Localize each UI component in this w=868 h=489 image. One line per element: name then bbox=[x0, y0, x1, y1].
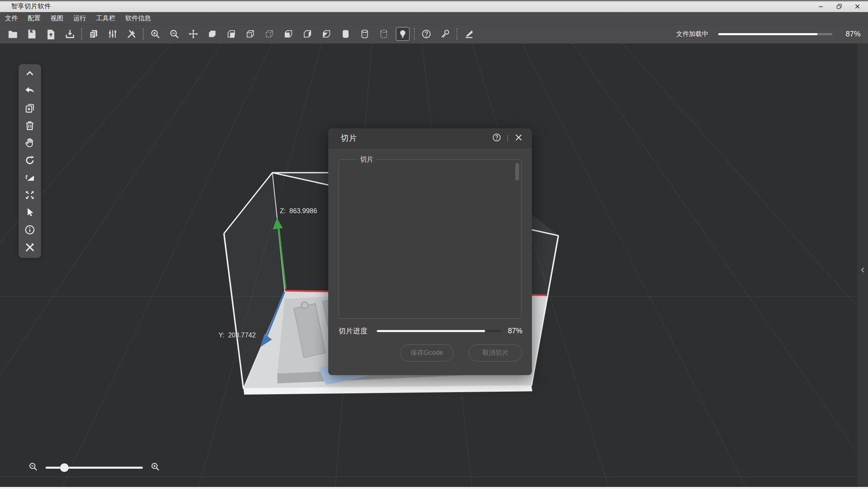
window-controls bbox=[816, 1, 862, 11]
zoom-slider[interactable] bbox=[46, 467, 143, 469]
slice-progress-fill bbox=[377, 330, 485, 332]
toolbar-separator bbox=[414, 28, 415, 40]
zoom-in-icon[interactable] bbox=[150, 462, 160, 473]
toolbar-button-help-circle-icon[interactable] bbox=[419, 27, 433, 41]
window-button-win-close-icon[interactable] bbox=[852, 1, 862, 11]
toolbar-button-cube-wire-icon[interactable] bbox=[243, 27, 257, 41]
toolbar-button-cube-front-icon[interactable] bbox=[281, 27, 296, 41]
slice-dialog-buttons: 保存Gcode取消切片 bbox=[400, 344, 522, 361]
side-tool-button-hand-icon[interactable] bbox=[23, 136, 37, 149]
toolbar-button-cube-page-icon[interactable] bbox=[224, 27, 238, 41]
side-tool-button-cross-tools-icon[interactable] bbox=[23, 240, 37, 254]
toolbar-button-cube-half-icon[interactable] bbox=[320, 27, 334, 41]
window-button-win-minimize-icon[interactable] bbox=[816, 1, 826, 11]
file-loading-progress-fill bbox=[718, 33, 818, 35]
toolbar-button-knife-icon[interactable] bbox=[462, 27, 476, 41]
toolbar-group-help bbox=[419, 27, 452, 41]
slice-progress-row: 切片进度 87% bbox=[339, 326, 522, 336]
side-tool-panel bbox=[19, 64, 41, 258]
zoom-out-icon[interactable] bbox=[28, 462, 38, 473]
toolbar-button-wrench-tools-icon[interactable] bbox=[125, 27, 139, 41]
side-tool-button-cursor-pointer-icon[interactable] bbox=[23, 205, 37, 219]
file-loading-percent: 87% bbox=[842, 30, 861, 39]
viewport-zoom-control bbox=[28, 462, 160, 473]
file-loading-progressbar bbox=[718, 33, 832, 35]
toolbar-group-cut bbox=[462, 27, 476, 41]
toolbar-group-view bbox=[148, 27, 410, 41]
slice-progressbar bbox=[377, 330, 501, 332]
toolbar-button-file-import-icon[interactable] bbox=[44, 27, 58, 41]
slice-progress-percent: 87% bbox=[508, 327, 522, 335]
dialog-button[interactable]: 取消切片 bbox=[469, 344, 522, 361]
y-axis-label: Y: 208.7742 bbox=[219, 332, 256, 339]
menu-item[interactable]: 软件信息 bbox=[120, 12, 156, 24]
side-tool-button-flip-mirror-icon[interactable] bbox=[23, 171, 37, 184]
zoom-slider-thumb[interactable] bbox=[60, 463, 69, 472]
toolbar-button-move-arrows-icon[interactable] bbox=[186, 27, 200, 41]
toolbar-separator bbox=[81, 28, 82, 40]
toolbar-separator bbox=[143, 28, 144, 40]
toolbar-button-floppy-save-icon[interactable] bbox=[25, 27, 39, 41]
side-tool-button-expand-arrows-icon[interactable] bbox=[23, 188, 37, 202]
toolbar-button-copy-grid-icon[interactable] bbox=[87, 27, 101, 41]
viewport-3d[interactable]: Z: 863.9986 Y: 208.7742 切片 切片 bbox=[0, 43, 868, 487]
menu-item[interactable]: 工具栏 bbox=[91, 12, 120, 24]
toolbar-group-file bbox=[6, 27, 77, 41]
slice-dialog-title: 切片 bbox=[341, 133, 357, 144]
toolbar-button-key-icon[interactable] bbox=[438, 27, 452, 41]
slice-log-scrollbar-thumb[interactable] bbox=[515, 163, 519, 181]
dialog-close-icon[interactable] bbox=[514, 132, 524, 144]
toolbar-button-magnifier-minus-icon[interactable] bbox=[167, 27, 181, 41]
slice-log-legend: 切片 bbox=[357, 155, 376, 164]
toolbar-button-bulb-icon[interactable] bbox=[396, 27, 410, 41]
window-button-win-restore-icon[interactable] bbox=[834, 1, 844, 11]
dialog-help-icon[interactable] bbox=[492, 132, 502, 144]
side-tool-button-rotate-ccw-icon[interactable] bbox=[23, 153, 37, 167]
file-loading-cluster: 文件加载中 87% bbox=[676, 30, 868, 39]
slice-log-groupbox: 切片 bbox=[339, 159, 522, 319]
toolbar-button-folder-open-icon[interactable] bbox=[6, 27, 20, 41]
toolbar-button-cube-dotted-icon[interactable] bbox=[262, 27, 277, 41]
menu-bar: 文件配置视图运行工具栏软件信息 bbox=[0, 12, 868, 24]
toolbar-button-cube-back-icon[interactable] bbox=[301, 27, 315, 41]
toolbar-button-cylinder-solid-icon[interactable] bbox=[339, 27, 353, 41]
menu-item[interactable]: 文件 bbox=[0, 12, 23, 24]
slice-dialog-header: 切片 bbox=[328, 128, 532, 148]
side-tool-button-info-circle-icon[interactable] bbox=[23, 223, 37, 236]
toolbar-button-cylinder-dotted-icon[interactable] bbox=[377, 27, 391, 41]
app-title: 智享切片软件 bbox=[11, 2, 51, 11]
bottom-edge-strip bbox=[0, 487, 868, 489]
z-axis-label: Z: 863.9986 bbox=[280, 207, 317, 215]
expand-right-panel-button[interactable] bbox=[858, 264, 867, 276]
side-tool-button-trash-icon[interactable] bbox=[23, 118, 37, 132]
toolbar-separator bbox=[457, 28, 458, 40]
toolbar-button-sliders-icon[interactable] bbox=[106, 27, 120, 41]
dialog-header-divider bbox=[507, 135, 508, 142]
file-loading-label: 文件加载中 bbox=[676, 30, 709, 39]
slice-progress-label: 切片进度 bbox=[339, 326, 368, 336]
menu-item[interactable]: 运行 bbox=[68, 12, 91, 24]
side-tool-button-copy-plus-icon[interactable] bbox=[23, 101, 37, 115]
slice-dialog: 切片 切片 切片进度 87% 保存Gcode取消切片 bbox=[328, 128, 532, 375]
dialog-button[interactable]: 保存Gcode bbox=[400, 344, 454, 361]
toolbar-button-cylinder-wire-icon[interactable] bbox=[358, 27, 372, 41]
toolbar-button-magnifier-plus-icon[interactable] bbox=[148, 27, 162, 41]
side-tool-button-undo-arrow-icon[interactable] bbox=[23, 84, 37, 97]
menu-item[interactable]: 视图 bbox=[46, 12, 68, 24]
main-toolbar: 文件加载中 87% bbox=[0, 24, 868, 43]
title-bar: 智享切片软件 bbox=[0, 0, 868, 12]
toolbar-button-cube-solid-icon[interactable] bbox=[205, 27, 219, 41]
side-tool-button-chevron-up-icon[interactable] bbox=[23, 66, 37, 80]
toolbar-button-tray-export-icon[interactable] bbox=[63, 27, 77, 41]
toolbar-group-settings bbox=[87, 27, 139, 41]
menu-item[interactable]: 配置 bbox=[23, 12, 46, 24]
slice-log-list[interactable] bbox=[339, 160, 521, 317]
